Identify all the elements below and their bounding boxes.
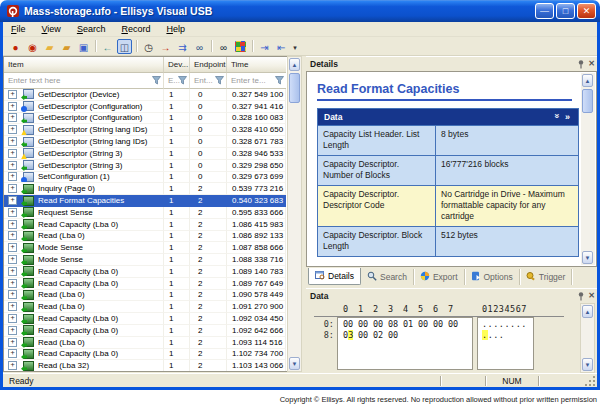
- menu-record[interactable]: Record: [113, 22, 158, 37]
- filter-funnel-icon[interactable]: [215, 76, 224, 85]
- expand-icon[interactable]: +: [8, 90, 17, 99]
- table-row[interactable]: +Read Capacity (Lba 0)121.092 642 666: [4, 325, 287, 337]
- expand-icon[interactable]: +: [8, 243, 17, 252]
- find-sequence-icon[interactable]: ∞: [192, 39, 207, 54]
- expand-icon[interactable]: +: [8, 279, 17, 288]
- scroll-up-icon[interactable]: ▲: [289, 58, 300, 71]
- scroll-thumb[interactable]: [582, 89, 593, 113]
- column-header-item[interactable]: Item: [4, 57, 164, 73]
- hex-scrollbar[interactable]: ▲ ▼: [580, 303, 595, 373]
- expand-icon[interactable]: +: [8, 220, 17, 229]
- expand-icon[interactable]: +: [8, 338, 17, 347]
- filter-funnel-icon[interactable]: [178, 76, 187, 85]
- table-row[interactable]: +GetDescriptor (Device)100.327 549 100: [4, 89, 287, 101]
- tab-export[interactable]: Export: [414, 269, 465, 285]
- menu-view[interactable]: View: [34, 22, 69, 37]
- expand-icon[interactable]: +: [8, 326, 17, 335]
- details-field-row[interactable]: Capacity Descriptor. Descriptor CodeNo C…: [318, 185, 578, 226]
- open-merge-icon[interactable]: ▰: [59, 39, 74, 54]
- pin-icon[interactable]: [577, 292, 585, 301]
- scroll-down-icon[interactable]: ▼: [582, 251, 593, 264]
- table-row[interactable]: +Read Capacity (Lba 0)121.102 734 700: [4, 349, 287, 361]
- marker-set-icon[interactable]: ⇥: [257, 39, 272, 54]
- close-panel-icon[interactable]: ✕: [588, 291, 595, 301]
- filter-input-item[interactable]: Enter text here: [4, 73, 164, 89]
- marker-reset-icon[interactable]: ⇤: [274, 39, 289, 54]
- filter-input-device[interactable]: E...: [164, 73, 190, 89]
- table-row[interactable]: +GetDescriptor (Configuration)100.328 16…: [4, 113, 287, 125]
- column-header-device[interactable]: Dev...: [164, 57, 190, 73]
- table-row[interactable]: +Read Capacity (Lba 0)121.086 415 983: [4, 219, 287, 231]
- pin-icon[interactable]: [577, 60, 585, 69]
- table-row[interactable]: +Mode Sense121.087 858 666: [4, 242, 287, 254]
- table-row[interactable]: +Request Sense120.595 833 666: [4, 207, 287, 219]
- minimize-button[interactable]: —: [535, 3, 554, 19]
- scroll-down-icon[interactable]: ▼: [582, 358, 593, 371]
- table-row[interactable]: +Read (Lba 0)121.086 892 133: [4, 231, 287, 243]
- record-options-icon[interactable]: ◉: [25, 39, 40, 54]
- table-row[interactable]: +Read Format Capacities120.540 323 683: [4, 195, 287, 207]
- table-row[interactable]: +Mode Sense121.088 338 716: [4, 254, 287, 266]
- filter-funnel-icon[interactable]: [152, 76, 161, 85]
- filter-input-endpoint[interactable]: Ent...: [190, 73, 227, 89]
- titlebar[interactable]: Mass-storage.ufo - Ellisys Visual USB — …: [0, 0, 600, 22]
- maximize-button[interactable]: □: [556, 3, 575, 19]
- details-field-row[interactable]: Capacity Descriptor. Number of Blocks16'…: [318, 155, 578, 185]
- details-field-row[interactable]: Capacity List Header. List Length8 bytes: [318, 125, 578, 155]
- close-button[interactable]: ✕: [577, 3, 596, 19]
- goto-event-icon[interactable]: →: [158, 39, 173, 54]
- table-row[interactable]: +GetDescriptor (String lang IDs)100.328 …: [4, 124, 287, 136]
- table-row[interactable]: +Read (Lba 32)121.103 143 066: [4, 360, 287, 372]
- highlight-colors-icon[interactable]: [235, 41, 246, 52]
- hex-bytes-row[interactable]: 0000000801000000: [343, 319, 463, 329]
- expand-icon[interactable]: +: [8, 255, 17, 264]
- table-row[interactable]: +GetDescriptor (Configuration)100.327 94…: [4, 101, 287, 113]
- expand-icon[interactable]: »: [565, 112, 572, 122]
- table-row[interactable]: +GetDescriptor (String lang IDs)100.328 …: [4, 136, 287, 148]
- item-list-scrollbar[interactable]: ▲ ▼: [287, 56, 302, 372]
- table-row[interactable]: +GetDescriptor (String 3)100.329 298 650: [4, 160, 287, 172]
- scroll-thumb[interactable]: [289, 73, 300, 103]
- expand-icon[interactable]: +: [8, 184, 17, 193]
- table-row[interactable]: +Read Capacity (Lba 0)121.089 140 783: [4, 266, 287, 278]
- expand-icon[interactable]: +: [8, 161, 17, 170]
- menu-search[interactable]: Search: [69, 22, 114, 37]
- save-icon[interactable]: ▣: [76, 39, 91, 54]
- table-row[interactable]: +Read (Lba 0)121.090 578 449: [4, 290, 287, 302]
- table-row[interactable]: +SetConfiguration (1)100.329 673 699: [4, 172, 287, 184]
- table-row[interactable]: +Inquiry (Page 0)120.539 773 216: [4, 183, 287, 195]
- table-row[interactable]: +Read (Lba 0)121.093 114 516: [4, 337, 287, 349]
- tab-options[interactable]: Options: [465, 269, 520, 285]
- tab-trigger[interactable]: Trigger: [520, 269, 573, 285]
- table-row[interactable]: +Read Capacity (Lba 0)121.092 034 450: [4, 313, 287, 325]
- tab-search[interactable]: Search: [361, 269, 414, 285]
- scroll-down-icon[interactable]: ▼: [289, 357, 300, 370]
- tab-details[interactable]: Details: [308, 268, 361, 285]
- find-icon[interactable]: ∞: [216, 39, 231, 54]
- table-row[interactable]: +Read (Lba 0)121.091 270 900: [4, 301, 287, 313]
- hex-ascii-row[interactable]: ........: [482, 319, 527, 329]
- expand-icon[interactable]: +: [8, 290, 17, 299]
- expand-icon[interactable]: +: [8, 172, 17, 181]
- hex-bytes-row[interactable]: 03000200: [343, 330, 403, 340]
- column-header-endpoint[interactable]: Endpoint: [190, 57, 227, 73]
- menu-help[interactable]: Help: [158, 22, 193, 37]
- expand-icon[interactable]: +: [8, 125, 17, 134]
- expand-icon[interactable]: +: [8, 196, 17, 205]
- hex-ascii-row[interactable]: ....: [482, 330, 504, 340]
- follow-transfer-icon[interactable]: ⇉: [175, 39, 190, 54]
- expand-icon[interactable]: +: [8, 149, 17, 158]
- expand-icon[interactable]: +: [8, 267, 17, 276]
- resize-grip[interactable]: [583, 374, 597, 388]
- timer-icon[interactable]: ◷: [141, 39, 156, 54]
- navigate-back-icon[interactable]: ←: [100, 39, 115, 54]
- filter-funnel-icon[interactable]: [275, 76, 284, 85]
- menu-file[interactable]: File: [3, 22, 34, 37]
- table-row[interactable]: +Read Capacity (Lba 0)121.089 767 649: [4, 278, 287, 290]
- more-dropdown-icon[interactable]: ▾: [291, 39, 299, 54]
- expand-icon[interactable]: +: [8, 314, 17, 323]
- close-panel-icon[interactable]: ✕: [588, 59, 595, 69]
- expand-icon[interactable]: +: [8, 113, 17, 122]
- expand-icon[interactable]: +: [8, 137, 17, 146]
- expand-icon[interactable]: +: [8, 102, 17, 111]
